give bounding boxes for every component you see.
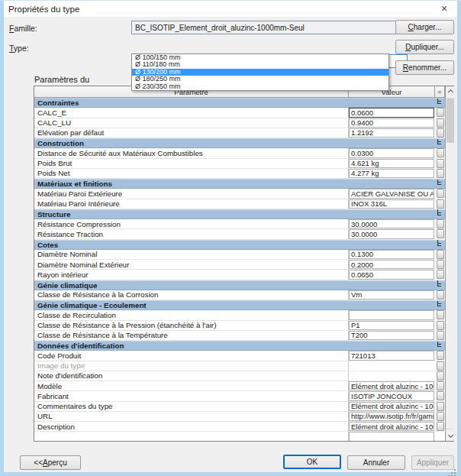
- parameter-value-input[interactable]: P1: [349, 321, 434, 330]
- associate-parameter-button[interactable]: [437, 351, 444, 360]
- parameter-row[interactable]: Rayon intérieur0.0650: [34, 270, 445, 280]
- parameter-row[interactable]: ModèleElément droit aluzinc - 1000 mm: [34, 381, 445, 391]
- parameter-value-input[interactable]: 0.1300: [349, 250, 434, 259]
- parameter-value-input[interactable]: Elément droit aluzinc - 1000 mm: [349, 381, 434, 390]
- rename-button[interactable]: Renommer...: [395, 60, 454, 75]
- parameter-value-input[interactable]: 0.0600: [349, 108, 434, 117]
- parameter-value-input[interactable]: INOX 316L: [349, 199, 434, 209]
- collapse-section-icon[interactable]: [437, 302, 441, 306]
- section-header-row[interactable]: Contraintes: [34, 98, 445, 108]
- parameter-value-input[interactable]: ACIER GALVANISE OU ALUZINC: [349, 189, 434, 198]
- section-header-row[interactable]: Génie climatique - Ecoulement: [34, 300, 445, 310]
- parameter-row[interactable]: DescriptionElément droit aluzinc - 1000 …: [34, 422, 445, 432]
- parameter-row[interactable]: Classe de Résistance à la TempératureT20…: [34, 331, 445, 341]
- associate-parameter-button[interactable]: [437, 169, 444, 178]
- parameter-value-input[interactable]: http://www.isotip.fr/fr/gamm: [349, 412, 434, 421]
- associate-parameter-button[interactable]: [437, 229, 444, 238]
- parameter-row[interactable]: Classe de Recirculation: [34, 310, 445, 320]
- parameter-row[interactable]: URLhttp://www.isotip.fr/fr/gamm: [34, 412, 445, 422]
- parameter-value-input[interactable]: T200: [349, 331, 434, 340]
- parameter-value-input[interactable]: 30.0000: [349, 219, 434, 228]
- parameter-row[interactable]: Classe de Résistance à la Pression (étan…: [34, 321, 445, 331]
- collapse-section-icon[interactable]: [437, 211, 441, 215]
- collapse-section-icon[interactable]: [437, 99, 441, 104]
- collapse-section-icon[interactable]: [437, 241, 441, 246]
- parameter-value-input[interactable]: [349, 310, 434, 319]
- family-combobox[interactable]: BC_ISOTIP_Element_droit_aluzinc-1000mm-S…: [131, 21, 408, 34]
- parameter-value-input[interactable]: Elément droit aluzinc - 1000 mm: [349, 402, 434, 411]
- parameter-value-input[interactable]: 0.2000: [349, 260, 434, 269]
- parameter-row[interactable]: Matériau Paroi IntérieureINOX 316L: [34, 199, 445, 209]
- parameter-row[interactable]: Elévation par défaut1.2192: [34, 128, 445, 138]
- section-header-row[interactable]: Cotes: [34, 240, 445, 250]
- parameter-value-input[interactable]: [349, 432, 434, 441]
- associate-parameter-button[interactable]: [437, 412, 444, 421]
- parameter-row[interactable]: Poids Brut4.621 kg: [34, 159, 445, 169]
- section-header-row[interactable]: Génie climatique: [34, 280, 445, 290]
- associate-parameter-button[interactable]: [437, 310, 444, 319]
- dropdown-option[interactable]: Ø 100/150 mm: [132, 54, 388, 61]
- associate-parameter-button[interactable]: [437, 391, 444, 400]
- parameter-value-input[interactable]: Vm: [349, 290, 434, 300]
- associate-parameter-button[interactable]: [437, 118, 444, 128]
- parameter-row[interactable]: Note d'identification: [34, 371, 445, 381]
- parameter-value-input[interactable]: 0.9400: [349, 118, 434, 128]
- section-header-row[interactable]: Structure: [34, 209, 445, 219]
- parameter-value-input[interactable]: Elément droit aluzinc - 1000 mm: [349, 422, 434, 431]
- associate-parameter-button[interactable]: [437, 108, 444, 117]
- apply-button[interactable]: Appliquer: [411, 455, 454, 470]
- close-icon[interactable]: ×: [434, 1, 455, 15]
- parameter-row[interactable]: Résistance Compression30.0000: [34, 219, 445, 229]
- parameter-row[interactable]: Matériau Paroi ExtérieureACIER GALVANISE…: [34, 189, 445, 199]
- scroll-up-icon[interactable]: [446, 86, 455, 99]
- associate-parameter-button[interactable]: [437, 371, 444, 380]
- collapse-section-icon[interactable]: [437, 342, 441, 347]
- parameter-row[interactable]: Distance de Sécurité aux Matériaux Combu…: [34, 148, 445, 158]
- dropdown-option[interactable]: Ø 180/250 mm: [132, 76, 388, 83]
- parameter-row[interactable]: Code Produit721013: [34, 351, 445, 361]
- load-button[interactable]: Charger...: [395, 20, 454, 34]
- parameter-row[interactable]: Diamètre Nominal0.1300: [34, 250, 445, 260]
- parameter-row[interactable]: FabricantISOTIP JONCOUX: [34, 391, 445, 401]
- parameter-value-input[interactable]: 0.0650: [349, 270, 434, 279]
- associate-parameter-button[interactable]: [437, 219, 444, 228]
- collapse-section-icon[interactable]: [437, 282, 441, 287]
- associate-parameter-button[interactable]: [437, 159, 444, 168]
- associate-parameter-button[interactable]: [437, 422, 444, 431]
- parameter-value-input[interactable]: ISOTIP JONCOUX: [349, 391, 434, 400]
- parameter-row[interactable]: Image du type: [34, 361, 445, 371]
- section-header-row[interactable]: Construction: [34, 138, 445, 148]
- dropdown-option[interactable]: Ø 130/200 mm: [132, 69, 388, 76]
- parameter-row[interactable]: Classe de Résistance à la CorrosionVm: [34, 290, 445, 300]
- dropdown-option[interactable]: Ø 230/350 mm: [132, 83, 388, 90]
- associate-parameter-button[interactable]: [437, 381, 444, 390]
- associate-parameter-button[interactable]: [437, 402, 444, 411]
- associate-parameter-button[interactable]: [437, 270, 444, 279]
- parameter-row[interactable]: CALC_E0.0600: [34, 108, 445, 118]
- associate-parameter-button[interactable]: [437, 290, 444, 300]
- cancel-button[interactable]: Annuler: [347, 455, 405, 470]
- parameter-row[interactable]: CALC_LU0.9400: [34, 118, 445, 128]
- associate-parameter-button[interactable]: [437, 128, 444, 138]
- section-header-row[interactable]: Données d'identification: [34, 341, 445, 351]
- parameter-value-input[interactable]: 1.2192: [349, 128, 434, 138]
- ok-button[interactable]: OK: [283, 455, 341, 469]
- preview-button[interactable]: << Aperçu: [20, 455, 81, 470]
- parameter-row[interactable]: Diamètre Nominal Extérieur0.2000: [34, 260, 445, 270]
- associate-parameter-button[interactable]: [437, 361, 444, 371]
- parameter-row[interactable]: Résistance Traction30.0000: [34, 229, 445, 239]
- associate-parameter-button[interactable]: [437, 260, 444, 269]
- duplicate-button[interactable]: Dupliquer...: [395, 40, 454, 54]
- parameter-value-input[interactable]: 4.621 kg: [349, 159, 434, 168]
- resize-grip[interactable]: [454, 469, 456, 471]
- associate-parameter-button[interactable]: [437, 148, 444, 157]
- section-header-row[interactable]: Matériaux et finitions: [34, 179, 445, 189]
- parameter-row[interactable]: Poids Net4.277 kg: [34, 169, 445, 179]
- parameter-row[interactable]: Commentaires du typeElément droit aluzin…: [34, 402, 445, 412]
- associate-parameter-button[interactable]: [437, 189, 444, 198]
- scrollbar-thumb[interactable]: [446, 99, 454, 143]
- parameter-value-input[interactable]: 0.0300: [349, 148, 434, 157]
- parameter-value-input[interactable]: 721013: [349, 351, 434, 360]
- dropdown-option[interactable]: Ø 110/180 mm: [132, 61, 388, 68]
- vertical-scrollbar[interactable]: [445, 86, 455, 441]
